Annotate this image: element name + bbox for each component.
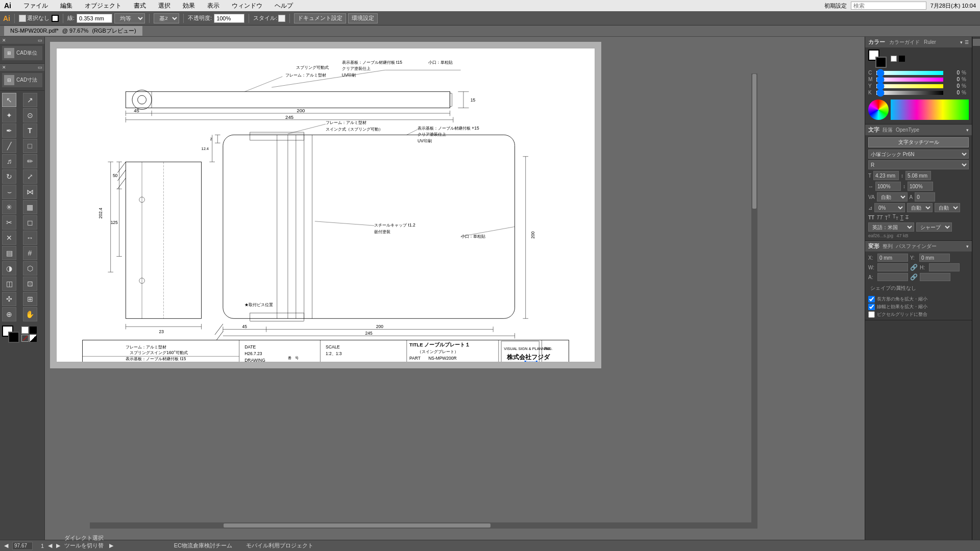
- stroke-value-input[interactable]: [77, 14, 112, 23]
- font-family-select[interactable]: 小塚ゴシック Pr6N: [868, 149, 969, 159]
- vertical-scrollbar[interactable]: [751, 73, 757, 522]
- nav-prev-button[interactable]: ◀: [4, 542, 8, 549]
- fill-color[interactable]: 選択なし: [19, 14, 50, 22]
- artboard-tool[interactable]: ⊞: [23, 292, 37, 306]
- scale-effects-checkbox[interactable]: [868, 304, 875, 310]
- menu-edit[interactable]: 編集: [58, 2, 75, 10]
- transform-panel-collapse[interactable]: ▾: [966, 244, 969, 249]
- thin-panel-icon[interactable]: [973, 39, 980, 46]
- cad-unit-header[interactable]: ✕ ▭: [0, 37, 44, 44]
- pathfinder-tab[interactable]: パスファインダー: [896, 243, 937, 250]
- measure-tool[interactable]: ↔: [23, 231, 37, 245]
- eyedropper-tool[interactable]: ✕: [2, 231, 16, 245]
- tracking-input[interactable]: [875, 182, 901, 191]
- black-stroke-swatch[interactable]: [899, 56, 905, 62]
- language-select[interactable]: 英語：米国: [868, 222, 914, 232]
- shear-input[interactable]: [920, 273, 950, 281]
- pencil-tool[interactable]: ✏: [23, 154, 37, 168]
- gradient-tool[interactable]: ▤: [2, 246, 16, 260]
- cad-dim-close-icon[interactable]: ✕: [2, 65, 6, 70]
- cad-dim-collapse-icon[interactable]: ▭: [38, 65, 42, 70]
- y-input[interactable]: [919, 254, 950, 262]
- rotation-pct-select[interactable]: 0%: [874, 203, 905, 212]
- opacity-input[interactable]: [214, 14, 244, 23]
- page-nav-next[interactable]: ▶: [56, 542, 60, 549]
- zoom-tool[interactable]: ⊕: [2, 307, 16, 321]
- stroke-color[interactable]: [52, 15, 59, 22]
- direct-select-tool[interactable]: ↗: [23, 93, 37, 107]
- gradient-swatch[interactable]: [30, 335, 37, 342]
- kerning-select[interactable]: 自動: [877, 192, 908, 202]
- hscroll-thumb[interactable]: [224, 523, 491, 528]
- shape-builder-tool[interactable]: ◑: [2, 261, 16, 276]
- x-input[interactable]: [877, 254, 908, 262]
- style-select[interactable]: 基本: [154, 13, 179, 23]
- m-slider[interactable]: [876, 78, 943, 82]
- text-touch-tool-button[interactable]: 文字タッチツール: [868, 137, 969, 147]
- pixel-grid-checkbox[interactable]: [868, 311, 875, 318]
- menu-file[interactable]: ファイル: [21, 2, 50, 10]
- black-swatch[interactable]: [30, 327, 37, 334]
- angle-input[interactable]: [877, 273, 908, 281]
- baseline-input[interactable]: [915, 192, 935, 202]
- menu-format[interactable]: 書式: [132, 2, 148, 10]
- transform-panel-header[interactable]: 変形 整列 パスファインダー ▾: [865, 241, 972, 252]
- menu-help[interactable]: ヘルプ: [273, 2, 295, 10]
- workspace-selector[interactable]: 初期設定: [824, 2, 847, 10]
- anchor-tool[interactable]: ✦: [2, 108, 16, 122]
- stroke-box[interactable]: [875, 57, 887, 68]
- mesh-tool[interactable]: #: [23, 246, 37, 260]
- c-slider[interactable]: [876, 71, 943, 75]
- rotation-auto2-select[interactable]: 自動: [935, 203, 960, 212]
- text-panel-collapse[interactable]: ▾: [966, 128, 969, 133]
- color-gradient-area[interactable]: [891, 97, 969, 122]
- perspective-tool[interactable]: ◫: [2, 277, 16, 291]
- cad-unit-collapse-icon[interactable]: ▭: [38, 38, 42, 43]
- env-settings-button[interactable]: 環境設定: [348, 13, 378, 23]
- color-panel-menu[interactable]: ☰: [965, 40, 969, 45]
- link-icon[interactable]: 🔗: [910, 264, 918, 271]
- color-panel-header[interactable]: カラー カラーガイド Ruler ▾ ☰: [865, 37, 972, 47]
- puppet-warp-tool[interactable]: ✣: [2, 292, 16, 306]
- search-input[interactable]: [851, 2, 926, 10]
- rotate-tool[interactable]: ↻: [2, 169, 16, 184]
- page-nav-prev[interactable]: ◀: [48, 542, 52, 549]
- align-tab[interactable]: 整列: [883, 243, 893, 250]
- menu-select[interactable]: 選択: [156, 2, 173, 10]
- opentype-tab[interactable]: OpenType: [896, 127, 919, 133]
- graph-tool[interactable]: ▦: [23, 200, 37, 214]
- ruler-tab[interactable]: Ruler: [924, 39, 936, 45]
- sharp-select[interactable]: シャープ: [916, 222, 952, 232]
- scale-tool[interactable]: ⤢: [23, 169, 37, 184]
- paintbrush-tool[interactable]: ♬: [2, 154, 16, 168]
- color-wheel[interactable]: [868, 99, 889, 120]
- cad-unit-close-icon[interactable]: ✕: [2, 38, 6, 43]
- none-fill[interactable]: [21, 335, 29, 342]
- background-color[interactable]: [8, 332, 19, 343]
- cad-dim-header[interactable]: ✕ ▭: [0, 64, 44, 71]
- blend-tool[interactable]: ⋈: [23, 185, 37, 199]
- link-icon2[interactable]: 🔗: [910, 273, 918, 281]
- stroke-style-select[interactable]: 均等: [114, 13, 145, 23]
- fg-bg-color[interactable]: [2, 325, 19, 343]
- lasso-tool[interactable]: ⊙: [23, 108, 37, 122]
- hand-tool[interactable]: ✋: [23, 307, 37, 321]
- color-guide-tab[interactable]: カラーガイド: [889, 39, 920, 46]
- canvas-area[interactable]: 45 200 245 15: [45, 37, 865, 540]
- menu-view[interactable]: 表示: [205, 2, 222, 10]
- rotation-auto-select[interactable]: 自動: [907, 203, 933, 212]
- y-slider[interactable]: [876, 84, 943, 88]
- vscroll-thumb[interactable]: [752, 74, 756, 209]
- menu-object[interactable]: オブジェクト: [83, 2, 124, 10]
- cad-dim-item[interactable]: ⊟ CAD寸法: [2, 73, 42, 87]
- select-tool[interactable]: ↖: [2, 93, 16, 107]
- paragraph-tab[interactable]: 段落: [883, 127, 893, 134]
- font-style-select[interactable]: R: [868, 160, 969, 169]
- color-panel-collapse[interactable]: ▾: [960, 40, 963, 45]
- play-button[interactable]: ▶: [109, 542, 113, 549]
- menu-window[interactable]: ウィンドウ: [230, 2, 264, 10]
- white-swatch[interactable]: [21, 327, 29, 334]
- live-paint-tool[interactable]: ⬡: [23, 261, 37, 276]
- symbol-tool[interactable]: ✳: [2, 200, 16, 214]
- k-slider[interactable]: [876, 91, 943, 95]
